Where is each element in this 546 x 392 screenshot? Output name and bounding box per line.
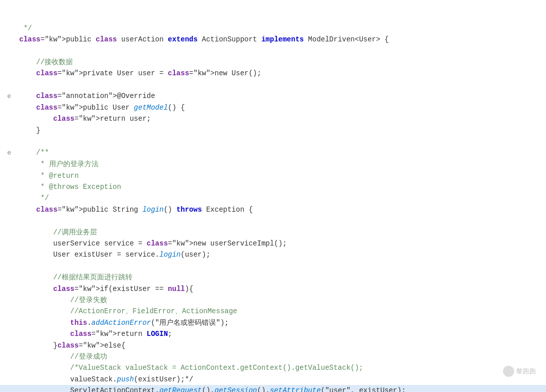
code-line: */ [0,192,546,204]
line-text: ServletActionContext.getRequest().getSes… [14,385,546,392]
line-text: class="kw">public String login() throws … [14,204,546,215]
line-text: class="kw">return user; [14,113,546,124]
code-line: //登录成功 [0,351,546,362]
line-text: /*ValueStack valueStack = ActionContext.… [14,362,546,373]
code-line: * 用户的登录方法 [0,159,546,170]
code-line: userService service = class="kw">new use… [0,238,546,249]
code-line: class="kw">public User getModel() { [0,102,546,113]
line-text: //接收数据 [14,57,546,68]
line-text: this.addActionError("用户名或密码错误"); [14,317,546,328]
line-text: //登录失败 [14,295,546,306]
line-text: //登录成功 [14,351,546,362]
code-line: //根据结果页面进行跳转 [0,272,546,283]
watermark-icon [503,366,514,377]
code-line: class="kw">public String login() throws … [0,204,546,215]
code-editor: */class="kw">public class userAction ext… [0,0,546,392]
code-line: valueStack.push(existUser);*/ [0,374,546,385]
code-line: ServletActionContext.getRequest().getSes… [0,385,546,392]
line-text [14,215,546,226]
code-line [0,215,546,226]
code-line: //接收数据 [0,57,546,68]
code-line: //调用业务层 [0,227,546,238]
code-line: }class="kw">else{ [0,340,546,351]
code-line: class="kw">private User user = class="kw… [0,68,546,79]
code-line: this.addActionError("用户名或密码错误"); [0,317,546,328]
code-line: class="kw">public class userAction exten… [0,34,546,45]
line-text: * @return [14,170,546,181]
code-line: //登录失败 [0,295,546,306]
code-line [0,261,546,272]
code-line: class="kw">if(existUser == null){ [0,283,546,295]
line-text: class="kw">if(existUser == null){ [14,283,546,295]
watermark-text: 黎跑跑 [516,367,536,376]
line-text: class="kw">return LOGIN; [14,328,546,339]
code-block: */class="kw">public class userAction ext… [0,0,546,392]
line-text: } [14,125,546,136]
line-text [14,261,546,272]
code-line: //ActionError、FieldError、ActionMessage [0,306,546,317]
code-line: */ [0,23,546,34]
code-line: class="kw">return LOGIN; [0,328,546,339]
line-text: * 用户的登录方法 [14,159,546,170]
line-text: //调用业务层 [14,227,546,238]
line-text: User existUser = service.login(user); [14,249,546,260]
line-text: //根据结果页面进行跳转 [14,272,546,283]
line-text: class="kw">public User getModel() { [14,102,546,113]
line-text: valueStack.push(existUser);*/ [14,374,546,385]
line-text: /** [14,147,546,158]
line-text: class="kw">public class userAction exten… [14,34,546,45]
line-text: class="annotation">@Override [14,90,546,102]
line-text [14,79,546,90]
code-line: * @return [0,170,546,181]
line-text: */ [14,23,546,34]
code-line: User existUser = service.login(user); [0,249,546,260]
code-line [0,136,546,147]
line-text: }class="kw">else{ [14,340,546,351]
line-text: class="kw">private User user = class="kw… [14,68,546,79]
code-line: e /** [0,147,546,159]
code-line [0,79,546,90]
line-text: * @throws Exception [14,181,546,192]
line-gutter-marker: e [0,91,14,102]
line-text: */ [14,192,546,204]
code-line: * @throws Exception [0,181,546,192]
code-line: class="kw">return user; [0,113,546,124]
line-text [14,136,546,147]
line-gutter-marker: e [0,148,14,159]
code-line [0,45,546,57]
line-text: //ActionError、FieldError、ActionMessage [14,306,546,317]
code-line: /*ValueStack valueStack = ActionContext.… [0,362,546,373]
watermark: 黎跑跑 [503,366,536,377]
code-line: } [0,125,546,136]
code-line: e class="annotation">@Override [0,90,546,102]
line-text [14,45,546,57]
line-text: userService service = class="kw">new use… [14,238,546,249]
